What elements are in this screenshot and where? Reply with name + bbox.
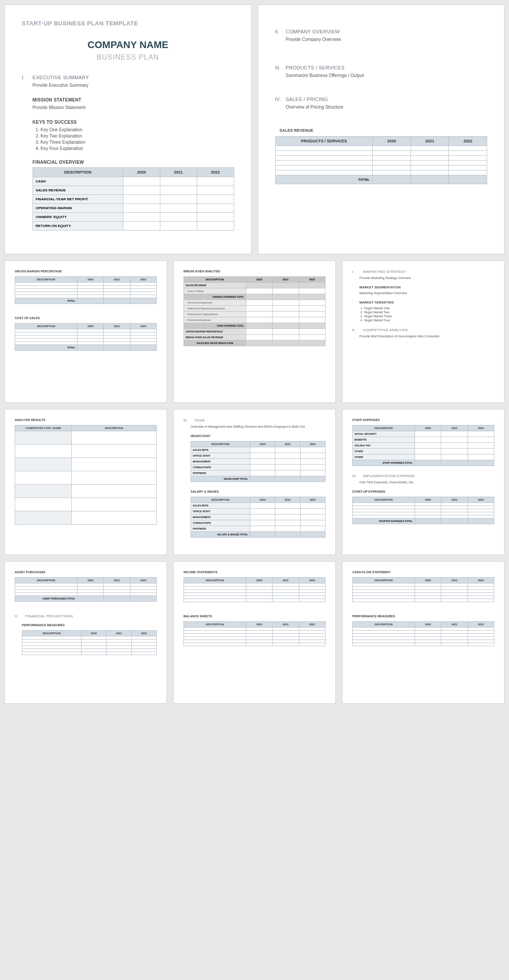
row-label: RETURN ON EQUITY [33,222,123,231]
section-heading: EXECUTIVE SUMMARY [33,75,89,80]
mission-body: Provide Mission Statement [33,105,234,110]
col-y2: 2021 [160,168,197,177]
page-10: INCOME STATEMENTS DESCRIPTION20202021202… [173,561,336,704]
row-label: FINANCIAL-YEAR NET PROFIT [33,195,123,204]
page-row-3: ANALYSIS RESULTS COMPETITOR TYPE / NAMED… [4,409,505,555]
key-item: Key Two Explanation [41,134,234,138]
page-3: GROSS-MARGIN PERCENTAGE DESCRIPTION20202… [4,260,167,403]
fin-overview-table: DESCRIPTION202020212022 CASH SALES REVEN… [33,167,234,231]
key-item: Key Four Explanation [41,146,234,151]
key-item: Key Three Explanation [41,140,234,145]
page-row-1: START-UP BUSINESS PLAN TEMPLATE COMPANY … [4,4,505,254]
page-row-2: GROSS-MARGIN PERCENTAGE DESCRIPTION20202… [4,260,505,403]
col-y3: 2022 [197,168,234,177]
analysis-results-table: COMPETITOR TYPE / NAMEDESCRIPTION [15,425,157,525]
exec-summary-body: Provide Executive Summary [33,83,234,88]
business-plan-label: BUSINESS PLAN [22,53,234,61]
row-label: CASH [33,177,123,186]
row-label: OPERATING MARGIN [33,204,123,213]
company-name: COMPANY NAME [22,39,234,51]
col-y1: 2020 [123,168,160,177]
gross-margin-table: DESCRIPTION202020212022 TOTAL [15,276,157,304]
page-8: STAFF EXPENSES DESCRIPTION202020212022 S… [342,409,505,555]
page-7: III.TEAM Overview of Management and Staf… [173,409,336,555]
performance-measures-table: DESCRIPTION202020212022 [22,630,157,655]
page-2: II.COMPANY OVERVIEW Provide Company Over… [258,4,505,254]
page-5: I.MARKETING STRATEGY Provide Marketing S… [342,260,505,403]
income-statements-table: DESCRIPTION202020212022 [183,577,326,602]
roman-numeral: I. [22,75,28,80]
asset-purchases-table: DESCRIPTION202020212022 ASSET PURCHASES … [15,577,157,602]
salary-wages-table: DESCRIPTION202020212022 SALES REPSOFFICE… [191,497,326,538]
page-11: CASH-FLOW STATEMENT DESCRIPTION202020212… [342,561,505,704]
key-item: Key One Explanation [41,127,234,132]
keys-list: Key One Explanation Key Two Explanation … [41,127,234,151]
col-desc: DESCRIPTION [33,168,123,177]
sales-revenue-table: PRODUCTS / SERVICES202020212022 TOTAL [275,136,488,184]
section-company-overview: II.COMPANY OVERVIEW [275,29,488,34]
cost-sales-table: DESCRIPTION202020212022 TOTAL [15,323,157,351]
performance-measures-table-2: DESCRIPTION202020212022 [352,621,494,646]
break-even-table: DESCRIPTION202020212022 SALES REVENUE Co… [183,276,326,346]
headcount-table: DESCRIPTION202020212022 SALES REPSOFFICE… [191,441,326,482]
sales-revenue-heading: SALES REVENUE [280,128,488,133]
fin-overview-heading: FINANCIAL OVERVIEW [33,160,234,165]
section-exec-summary: I.EXECUTIVE SUMMARY [22,75,234,80]
staff-expenses-table: DESCRIPTION202020212022 SOCIAL SECURITYB… [352,425,494,466]
cash-flow-table: DESCRIPTION202020212022 [352,577,494,602]
section-sales-pricing: IV.SALES / PRICING [275,97,488,102]
page-row-4: ASSET PURCHASES DESCRIPTION202020212022 … [4,561,505,704]
page-4: BREAK-EVEN ANALYSIS DESCRIPTION202020212… [173,260,336,403]
template-header: START-UP BUSINESS PLAN TEMPLATE [22,20,234,27]
page-9: ASSET PURCHASES DESCRIPTION202020212022 … [4,561,167,704]
section-products: III.PRODUCTS / SERVICES [275,65,488,70]
page-1: START-UP BUSINESS PLAN TEMPLATE COMPANY … [4,4,252,254]
page-6: ANALYSIS RESULTS COMPETITOR TYPE / NAMED… [4,409,167,555]
keys-heading: KEYS TO SUCCESS [33,120,234,125]
startup-expenses-table: DESCRIPTION202020212022 STARTUP EXPENSES… [352,497,494,524]
mission-heading: MISSION STATEMENT [33,97,234,102]
row-label: OWNERS' EQUITY [33,213,123,222]
row-label: SALES REVENUE [33,186,123,195]
balance-sheets-table: DESCRIPTION202020212022 [183,621,326,646]
